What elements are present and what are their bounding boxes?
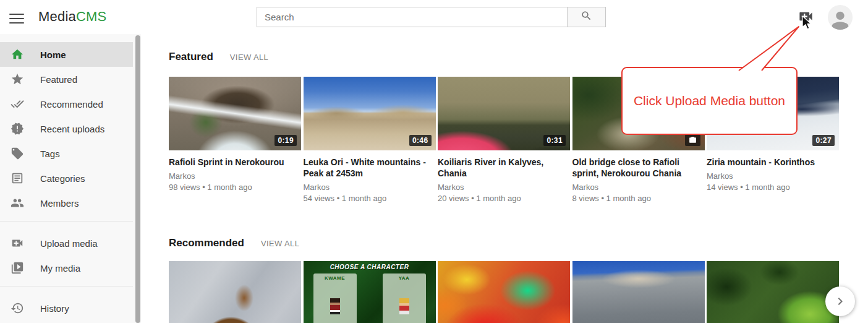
video-meta: 98 views • 1 month ago (169, 182, 301, 193)
media-card (707, 261, 839, 323)
video-thumbnail[interactable]: CHOOSE A CHARACTER KWAME YAA Selected Se… (304, 261, 436, 323)
sidebar: Home Featured Recommended Recent uploads… (0, 34, 141, 323)
sidebar-item-upload-media[interactable]: Upload media (0, 231, 133, 256)
annotation-text: Click Upload Media button (634, 93, 785, 108)
logo[interactable]: MediaCMS (38, 9, 106, 25)
video-library-icon (11, 261, 24, 275)
featured-section-header: Featured VIEW ALL (169, 51, 268, 63)
tag-icon (11, 147, 24, 160)
sidebar-item-categories[interactable]: Categories (0, 166, 133, 191)
video-thumbnail[interactable] (572, 261, 705, 323)
thumbnail-art-name: YAA (383, 275, 426, 281)
sidebar-item-label: Recommended (40, 99, 103, 110)
sidebar-item-label: Upload media (40, 238, 98, 249)
annotation-callout: Click Upload Media button (621, 67, 798, 135)
duration-badge: 0:19 (274, 135, 297, 146)
video-meta: 20 views • 1 month ago (438, 193, 570, 204)
video-title[interactable]: Koiliaris River in Kalyves, Chania (438, 157, 570, 179)
video-author[interactable]: Markos (169, 171, 301, 182)
sidebar-item-label: History (40, 303, 69, 314)
sidebar-item-label: Categories (40, 173, 85, 184)
sidebar-item-featured[interactable]: Featured (0, 67, 133, 92)
view-all-link[interactable]: VIEW ALL (230, 53, 268, 62)
search-bar (257, 7, 606, 27)
thumbnail-art-character (330, 298, 340, 314)
video-title[interactable]: Rafioli Sprint in Nerokourou (169, 157, 301, 168)
media-card: 0:31 Koiliaris River in Kalyves, Chania … (438, 77, 570, 204)
logo-cms: CMS (76, 9, 107, 24)
media-card (169, 261, 301, 323)
sidebar-item-label: Recent uploads (40, 124, 104, 134)
camera-icon (689, 136, 697, 144)
search-input[interactable] (257, 7, 567, 27)
thumbnail-art-panel: YAA (383, 273, 426, 323)
video-thumbnail[interactable] (169, 261, 301, 323)
duration-badge: 0:27 (812, 135, 835, 146)
thumbnail-art-name: KWAME (313, 275, 357, 281)
sidebar-item-recent-uploads[interactable]: Recent uploads (0, 116, 133, 141)
sidebar-item-members[interactable]: Members (0, 191, 133, 215)
video-thumbnail[interactable]: 0:46 (304, 77, 436, 150)
media-card: 0:19 Rafioli Sprint in Nerokourou Markos… (169, 77, 301, 204)
upload-media-icon (11, 236, 24, 250)
sidebar-item-label: Featured (40, 74, 77, 85)
done-all-icon (11, 97, 24, 111)
search-button[interactable] (567, 7, 606, 27)
sidebar-divider (0, 221, 133, 222)
members-icon (11, 196, 24, 210)
chevron-right-icon (833, 294, 848, 309)
sidebar-item-tags[interactable]: Tags (0, 141, 133, 166)
sidebar-item-recommended[interactable]: Recommended (0, 92, 133, 116)
video-thumbnail[interactable]: 0:31 (438, 77, 570, 150)
star-icon (11, 72, 24, 86)
video-meta: 8 views • 1 month ago (572, 193, 705, 204)
video-thumbnail[interactable] (438, 261, 570, 323)
duration-badge: 0:46 (409, 135, 432, 146)
video-title[interactable]: Ziria mountain - Korinthos (707, 157, 839, 168)
recommended-section-header: Recommended VIEW ALL (169, 237, 299, 249)
video-author[interactable]: Markos (438, 182, 570, 193)
sidebar-item-home[interactable]: Home (0, 42, 133, 67)
section-title: Featured (169, 51, 213, 63)
carousel-next-button[interactable] (825, 286, 855, 316)
section-title: Recommended (169, 237, 244, 249)
top-bar: MediaCMS (0, 0, 868, 34)
sidebar-scrollbar[interactable] (135, 35, 140, 323)
video-author[interactable]: Markos (304, 182, 436, 193)
sidebar-item-my-media[interactable]: My media (0, 256, 133, 280)
sidebar-item-label: Tags (40, 149, 60, 159)
sidebar-item-label: Home (40, 50, 66, 60)
history-icon (11, 301, 24, 315)
sidebar-divider (0, 286, 133, 286)
video-title[interactable]: Old bridge close to Rafioli sprint, Nero… (572, 157, 705, 179)
user-avatar[interactable] (828, 5, 853, 30)
video-author[interactable]: Markos (707, 171, 839, 182)
media-card (572, 261, 705, 323)
menu-icon[interactable] (9, 11, 25, 24)
logo-media: Media (38, 9, 76, 24)
media-card: 0:46 Leuka Ori - White mountains - Peak … (304, 77, 436, 204)
media-card (438, 261, 570, 323)
sidebar-item-history[interactable]: History (0, 296, 133, 321)
sidebar-item-label: My media (40, 263, 80, 273)
duration-badge: 0:31 (543, 135, 566, 146)
sidebar-item-label: Members (40, 198, 79, 209)
video-thumbnail[interactable] (707, 261, 839, 323)
camera-badge (685, 134, 700, 146)
categories-icon (11, 171, 24, 185)
video-meta: 54 views • 1 month ago (304, 193, 436, 204)
video-title[interactable]: Leuka Ori - White mountains - Peak at 24… (304, 157, 436, 179)
mouse-cursor (801, 16, 812, 32)
person-icon (828, 7, 853, 30)
search-icon (581, 10, 592, 24)
video-meta: 14 views • 1 month ago (707, 182, 839, 193)
view-all-link[interactable]: VIEW ALL (261, 239, 299, 248)
media-card: CHOOSE A CHARACTER KWAME YAA Selected Se… (304, 261, 436, 323)
thumbnail-art-character (399, 298, 409, 314)
thumbnail-art-panel: KWAME (313, 273, 357, 323)
new-releases-icon (11, 122, 24, 136)
home-icon (11, 48, 24, 61)
recommended-row: CHOOSE A CHARACTER KWAME YAA Selected Se… (169, 261, 839, 323)
video-thumbnail[interactable]: 0:19 (169, 77, 301, 150)
video-author[interactable]: Markos (572, 182, 705, 193)
